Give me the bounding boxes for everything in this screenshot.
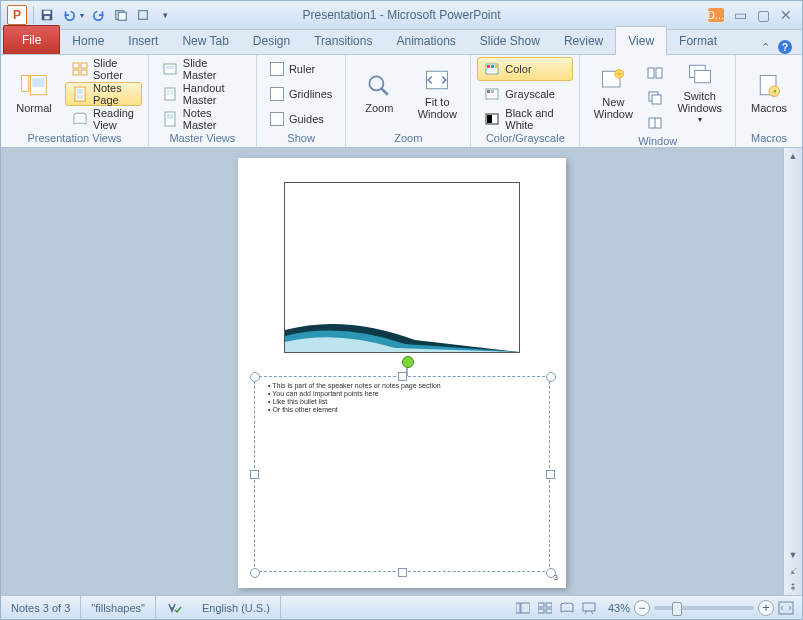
group-show: Ruler Gridlines Guides Show: [257, 55, 346, 147]
selection-handle[interactable]: [250, 470, 259, 479]
ribbon: Normal Slide Sorter Notes Page Reading V…: [1, 55, 802, 148]
group-label-show: Show: [263, 132, 339, 145]
minimize-button[interactable]: ▭: [734, 7, 747, 23]
next-slide-icon[interactable]: ⭻: [784, 579, 802, 595]
arrange-all-button[interactable]: [644, 61, 666, 85]
fit-to-window-button[interactable]: Fit to Window: [410, 57, 464, 129]
new-window-button[interactable]: New Window: [586, 57, 640, 129]
group-label-master-views: Master Views: [155, 132, 250, 145]
slide-graphic: [285, 312, 519, 352]
slide-thumbnail[interactable]: [284, 182, 520, 353]
color-button[interactable]: Color: [477, 57, 573, 81]
zoom-out-button[interactable]: −: [634, 600, 650, 616]
status-normal-view-icon[interactable]: [514, 600, 532, 616]
selection-handle[interactable]: [398, 372, 407, 381]
checkbox-icon: [270, 87, 284, 101]
status-notes-count[interactable]: Notes 3 of 3: [1, 596, 81, 619]
selection-handle[interactable]: [546, 372, 556, 382]
svg-rect-6: [22, 76, 29, 92]
status-theme[interactable]: "fillshapes": [81, 596, 156, 619]
tab-animations[interactable]: Animations: [384, 27, 467, 54]
normal-view-button[interactable]: Normal: [7, 57, 61, 129]
notes-page-button[interactable]: Notes Page: [65, 82, 142, 106]
group-label-macros: Macros: [742, 132, 796, 145]
switch-windows-button[interactable]: Switch Windows ▾: [670, 57, 729, 129]
ruler-checkbox[interactable]: Ruler: [263, 57, 339, 81]
zoom-slider[interactable]: [654, 606, 754, 610]
scroll-up-icon[interactable]: ▲: [784, 148, 802, 164]
close-button[interactable]: ✕: [780, 7, 792, 23]
redo-icon[interactable]: [90, 6, 108, 24]
tab-home[interactable]: Home: [60, 27, 116, 54]
svg-rect-18: [166, 66, 174, 69]
ruler-label: Ruler: [289, 63, 315, 75]
notes-master-button[interactable]: Notes Master: [155, 107, 250, 131]
svg-line-27: [382, 89, 388, 95]
scroll-down-icon[interactable]: ▼: [784, 547, 802, 563]
status-spellcheck[interactable]: [156, 596, 192, 619]
save-icon[interactable]: [38, 6, 56, 24]
tab-transitions[interactable]: Transitions: [302, 27, 384, 54]
rotation-handle-icon[interactable]: [402, 356, 414, 368]
zoom-in-button[interactable]: +: [758, 600, 774, 616]
undo-dropdown-icon[interactable]: ▾: [78, 6, 86, 24]
guides-checkbox[interactable]: Guides: [263, 107, 339, 131]
undo-icon[interactable]: [60, 6, 78, 24]
tab-view[interactable]: View: [615, 26, 667, 55]
status-language[interactable]: English (U.S.): [192, 596, 281, 619]
tab-format[interactable]: Format: [667, 27, 729, 54]
slide-sorter-button[interactable]: Slide Sorter: [65, 57, 142, 81]
status-zoom-percent[interactable]: 43%: [608, 602, 630, 614]
canvas-area[interactable]: This is part of the speaker notes or not…: [1, 148, 783, 595]
maximize-button[interactable]: ▢: [757, 7, 770, 23]
tab-insert[interactable]: Insert: [116, 27, 170, 54]
svg-rect-50: [516, 603, 520, 613]
cascade-button[interactable]: [644, 86, 666, 110]
qat-extra2-icon[interactable]: [134, 6, 152, 24]
tab-review[interactable]: Review: [552, 27, 615, 54]
gridlines-checkbox[interactable]: Gridlines: [263, 82, 339, 106]
tab-slide-show[interactable]: Slide Show: [468, 27, 552, 54]
svg-rect-4: [118, 12, 126, 20]
powerpoint-icon: P: [7, 5, 27, 25]
grayscale-button[interactable]: Grayscale: [477, 82, 573, 106]
selection-handle[interactable]: [250, 568, 260, 578]
ribbon-minimize-icon[interactable]: ⌃: [761, 41, 770, 54]
macros-button[interactable]: Macros: [742, 57, 796, 129]
black-white-button[interactable]: Black and White: [477, 107, 573, 131]
qat-customize-icon[interactable]: ▾: [156, 6, 174, 24]
group-master-views: Slide Master Handout Master Notes Master…: [149, 55, 257, 147]
help-icon[interactable]: ?: [778, 40, 792, 54]
file-tab[interactable]: File: [3, 25, 60, 54]
slide-master-button[interactable]: Slide Master: [155, 57, 250, 81]
svg-rect-22: [167, 93, 170, 95]
title-bar: P ▾ ▾ Presentation1 - Microsoft PowerPoi…: [1, 1, 802, 30]
notes-text-content[interactable]: This is part of the speaker notes or not…: [268, 382, 441, 414]
tab-design[interactable]: Design: [241, 27, 302, 54]
svg-rect-40: [648, 68, 654, 78]
svg-rect-52: [538, 603, 544, 607]
reading-view-button[interactable]: Reading View: [65, 107, 142, 131]
status-sorter-view-icon[interactable]: [536, 600, 554, 616]
selection-handle[interactable]: [250, 372, 260, 382]
guides-label: Guides: [289, 113, 324, 125]
qat-extra1-icon[interactable]: [112, 6, 130, 24]
svg-rect-35: [491, 90, 494, 93]
macros-label: Macros: [751, 102, 787, 114]
vertical-scrollbar[interactable]: ▲ ▼ ⭹ ⭻: [783, 148, 802, 595]
status-slideshow-view-icon[interactable]: [580, 600, 598, 616]
handout-master-button[interactable]: Handout Master: [155, 82, 250, 106]
selection-handle[interactable]: [546, 470, 555, 479]
prev-slide-icon[interactable]: ⭹: [784, 563, 802, 579]
move-split-button[interactable]: [644, 111, 666, 135]
status-reading-view-icon[interactable]: [558, 600, 576, 616]
zoom-button[interactable]: Zoom: [352, 57, 406, 129]
svg-rect-10: [81, 63, 87, 68]
svg-rect-2: [44, 16, 49, 20]
tab-new-tab[interactable]: New Tab: [170, 27, 240, 54]
selection-handle[interactable]: [398, 568, 407, 577]
window-controls: D… ▭ ▢ ✕: [708, 7, 802, 23]
fit-to-window-status-icon[interactable]: [778, 601, 794, 615]
zoom-slider-thumb[interactable]: [672, 602, 682, 616]
group-presentation-views: Normal Slide Sorter Notes Page Reading V…: [1, 55, 149, 147]
